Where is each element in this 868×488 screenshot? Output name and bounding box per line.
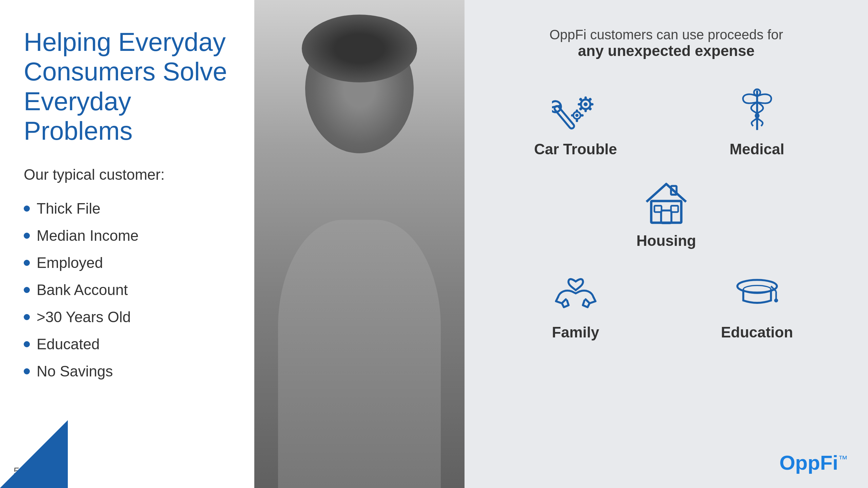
hair-detail [302, 15, 417, 82]
oppfi-superscript: ™ [838, 454, 848, 465]
header-bold-text: any unexpected expense [549, 42, 783, 59]
list-item: Median Income [24, 227, 231, 244]
list-item: Employed [24, 254, 231, 271]
svg-rect-5 [584, 96, 587, 100]
svg-point-14 [575, 114, 578, 117]
person-image [254, 0, 465, 488]
list-item: Thick File [24, 200, 231, 217]
left-panel: Helping Everyday Consumers Solve Everyda… [0, 0, 254, 488]
housing-icon [643, 178, 690, 226]
bullet-dot [24, 287, 30, 293]
bullet-dot [24, 206, 30, 212]
subtitle: Our typical customer: [24, 166, 231, 183]
header-normal-text: OppFi customers can use proceeds for [549, 27, 783, 42]
svg-rect-22 [661, 211, 671, 223]
svg-rect-0 [553, 105, 575, 130]
family-icon [552, 270, 599, 317]
oppfi-logo-text: OppFi [780, 451, 838, 474]
decorative-triangle [0, 420, 68, 488]
list-item: >30 Years Old [24, 309, 231, 326]
education-label: Education [721, 324, 793, 341]
bullet-dot [24, 260, 30, 266]
icons-grid: Car Trouble Medical [498, 86, 834, 341]
list-item: Bank Account [24, 281, 231, 298]
svg-rect-15 [576, 110, 578, 113]
medical-label: Medical [730, 141, 784, 158]
family-label: Family [552, 324, 599, 341]
medical-item: Medical [680, 86, 834, 158]
bullet-dot [24, 341, 30, 347]
svg-rect-16 [576, 119, 578, 122]
right-header: OppFi customers can use proceeds for any… [549, 27, 783, 59]
photo-area [254, 0, 465, 488]
svg-point-30 [774, 298, 778, 302]
bullet-dot [24, 368, 30, 374]
list-item: No Savings [24, 363, 231, 380]
svg-rect-18 [580, 114, 584, 117]
housing-label: Housing [636, 232, 696, 249]
main-title: Helping Everyday Consumers Solve Everyda… [24, 27, 231, 146]
car-trouble-icon [552, 86, 599, 134]
svg-rect-17 [571, 114, 574, 117]
car-trouble-item: Car Trouble [498, 86, 653, 158]
list-item: Educated [24, 336, 231, 353]
svg-rect-6 [584, 108, 587, 112]
family-item: Family [498, 270, 653, 341]
oppfi-logo: OppFi ™ [780, 451, 848, 474]
svg-rect-7 [577, 103, 581, 105]
slide: Helping Everyday Consumers Solve Everyda… [0, 0, 868, 488]
bullet-dot [24, 233, 30, 239]
medical-icon [733, 86, 781, 134]
education-icon [733, 270, 781, 317]
housing-item: Housing [498, 178, 834, 249]
car-trouble-label: Car Trouble [534, 141, 617, 158]
bullet-dot [24, 314, 30, 320]
svg-point-4 [584, 102, 588, 106]
bullet-list: Thick File Median Income Employed Bank A… [24, 200, 231, 390]
education-item: Education [680, 270, 834, 341]
svg-rect-8 [589, 103, 593, 105]
right-panel: OppFi customers can use proceeds for any… [465, 0, 868, 488]
